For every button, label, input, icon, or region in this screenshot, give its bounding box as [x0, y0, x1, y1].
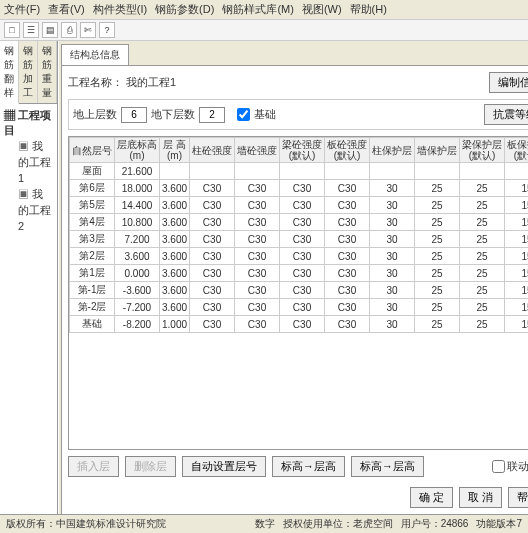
- toolbar-new-icon[interactable]: □: [4, 22, 20, 38]
- left-tab[interactable]: 钢筋重量: [38, 41, 57, 103]
- table-cell[interactable]: 3.600: [160, 265, 190, 282]
- table-cell[interactable]: 25: [415, 231, 460, 248]
- table-cell[interactable]: 15: [505, 214, 528, 231]
- table-cell[interactable]: C30: [190, 197, 235, 214]
- table-cell[interactable]: 21.600: [115, 163, 160, 180]
- table-cell[interactable]: 25: [460, 231, 505, 248]
- table-cell[interactable]: C30: [235, 214, 280, 231]
- table-cell[interactable]: [325, 163, 370, 180]
- link-edit-checkbox[interactable]: [492, 460, 505, 473]
- elev-to-height-button-1[interactable]: 标高→层高: [272, 456, 345, 477]
- table-cell[interactable]: C30: [280, 180, 325, 197]
- table-cell[interactable]: C30: [280, 248, 325, 265]
- table-cell[interactable]: 3.600: [160, 180, 190, 197]
- table-cell[interactable]: C30: [280, 316, 325, 333]
- table-cell[interactable]: -3.600: [115, 282, 160, 299]
- table-cell[interactable]: C30: [235, 282, 280, 299]
- table-cell[interactable]: 25: [415, 265, 460, 282]
- table-cell[interactable]: C30: [190, 231, 235, 248]
- table-cell[interactable]: 第-2层: [70, 299, 115, 316]
- column-header[interactable]: 板保护层(默认): [505, 138, 528, 163]
- ok-button[interactable]: 确 定: [410, 487, 453, 508]
- table-row[interactable]: 第-2层-7.2003.600C30C30C30C3030252515: [70, 299, 529, 316]
- tree-root[interactable]: 工程项目: [4, 108, 53, 138]
- table-cell[interactable]: C30: [325, 248, 370, 265]
- menu-item[interactable]: 视图(W): [302, 3, 342, 15]
- table-cell[interactable]: C30: [235, 316, 280, 333]
- table-cell[interactable]: 第2层: [70, 248, 115, 265]
- column-header[interactable]: 梁保护层(默认): [460, 138, 505, 163]
- table-cell[interactable]: -7.200: [115, 299, 160, 316]
- table-cell[interactable]: 基础: [70, 316, 115, 333]
- table-cell[interactable]: 3.600: [115, 248, 160, 265]
- toolbar-help-icon[interactable]: ?: [99, 22, 115, 38]
- table-row[interactable]: 第4层10.8003.600C30C30C30C3030252515: [70, 214, 529, 231]
- table-cell[interactable]: 30: [370, 282, 415, 299]
- table-cell[interactable]: 3.600: [160, 231, 190, 248]
- table-cell[interactable]: 25: [460, 180, 505, 197]
- table-cell[interactable]: 15: [505, 231, 528, 248]
- table-cell[interactable]: C30: [190, 248, 235, 265]
- table-cell[interactable]: 25: [415, 180, 460, 197]
- table-cell[interactable]: C30: [190, 180, 235, 197]
- below-floors-input[interactable]: [199, 107, 225, 123]
- table-cell[interactable]: 屋面: [70, 163, 115, 180]
- table-cell[interactable]: 25: [415, 316, 460, 333]
- table-cell[interactable]: 3.600: [160, 299, 190, 316]
- table-cell[interactable]: C30: [190, 282, 235, 299]
- table-cell[interactable]: 第6层: [70, 180, 115, 197]
- table-cell[interactable]: 30: [370, 265, 415, 282]
- help-button[interactable]: 帮 助: [508, 487, 528, 508]
- edit-info-button[interactable]: 编制信息: [489, 72, 528, 93]
- table-cell[interactable]: C30: [325, 231, 370, 248]
- table-cell[interactable]: 15: [505, 282, 528, 299]
- table-cell[interactable]: 25: [460, 316, 505, 333]
- table-cell[interactable]: 25: [460, 248, 505, 265]
- column-header[interactable]: 层底标高(m): [115, 138, 160, 163]
- table-cell[interactable]: C30: [235, 180, 280, 197]
- table-cell[interactable]: C30: [325, 299, 370, 316]
- table-cell[interactable]: [190, 163, 235, 180]
- toolbar-cut-icon[interactable]: ✄: [80, 22, 96, 38]
- table-cell[interactable]: C30: [190, 214, 235, 231]
- table-cell[interactable]: 0.000: [115, 265, 160, 282]
- table-cell[interactable]: 3.600: [160, 214, 190, 231]
- table-cell[interactable]: C30: [280, 299, 325, 316]
- table-cell[interactable]: 第3层: [70, 231, 115, 248]
- table-cell[interactable]: C30: [280, 282, 325, 299]
- table-row[interactable]: 第5层14.4003.600C30C30C30C3030252515: [70, 197, 529, 214]
- delete-floor-button[interactable]: 删除层: [125, 456, 176, 477]
- table-cell[interactable]: 3.600: [160, 282, 190, 299]
- table-cell[interactable]: 30: [370, 231, 415, 248]
- column-header[interactable]: 自然层号: [70, 138, 115, 163]
- column-header[interactable]: 柱保护层: [370, 138, 415, 163]
- toolbar-print-icon[interactable]: ⎙: [61, 22, 77, 38]
- table-cell[interactable]: C30: [325, 265, 370, 282]
- left-tab[interactable]: 钢筋加工: [19, 41, 38, 103]
- foundation-checkbox[interactable]: [237, 108, 250, 121]
- table-cell[interactable]: C30: [325, 197, 370, 214]
- table-cell[interactable]: C30: [235, 231, 280, 248]
- seismic-button[interactable]: 抗震等级: [484, 104, 528, 125]
- table-cell[interactable]: [280, 163, 325, 180]
- table-cell[interactable]: 30: [370, 316, 415, 333]
- column-header[interactable]: 柱砼强度: [190, 138, 235, 163]
- table-cell[interactable]: 14.400: [115, 197, 160, 214]
- elev-to-height-button-2[interactable]: 标高→层高: [351, 456, 424, 477]
- table-cell[interactable]: 15: [505, 265, 528, 282]
- table-cell[interactable]: C30: [325, 214, 370, 231]
- table-cell[interactable]: 10.800: [115, 214, 160, 231]
- table-cell[interactable]: 25: [460, 197, 505, 214]
- column-header[interactable]: 板砼强度(默认): [325, 138, 370, 163]
- table-cell[interactable]: C30: [325, 180, 370, 197]
- table-row[interactable]: 第1层0.0003.600C30C30C30C3030252515: [70, 265, 529, 282]
- column-header[interactable]: 墙保护层: [415, 138, 460, 163]
- table-cell[interactable]: 3.600: [160, 197, 190, 214]
- table-cell[interactable]: [415, 163, 460, 180]
- toolbar-open-icon[interactable]: ☰: [23, 22, 39, 38]
- table-cell[interactable]: -8.200: [115, 316, 160, 333]
- table-cell[interactable]: C30: [190, 265, 235, 282]
- menu-item[interactable]: 钢筋参数(D): [155, 3, 214, 15]
- table-cell[interactable]: 25: [415, 248, 460, 265]
- table-cell[interactable]: 30: [370, 248, 415, 265]
